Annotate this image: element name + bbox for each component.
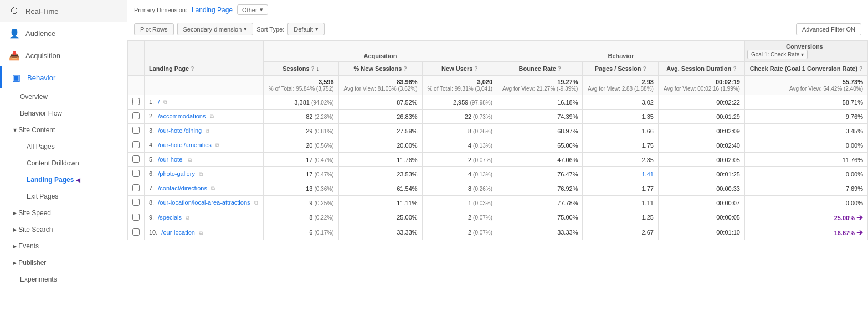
row-checkbox[interactable] <box>128 167 145 181</box>
copy-icon[interactable]: ⧉ <box>211 185 215 191</box>
row-checkbox[interactable] <box>128 110 145 124</box>
row-checkbox[interactable] <box>128 181 145 196</box>
copy-icon[interactable]: ⧉ <box>210 113 214 119</box>
sidebar-item-landing-pages[interactable]: Landing Pages ◀ <box>0 171 127 188</box>
sort-dropdown-icon: ▾ <box>315 25 319 33</box>
sidebar-group-site-search[interactable]: ▸ Site Search <box>0 221 127 238</box>
row-checkbox[interactable] <box>128 95 145 110</box>
sidebar-item-audience[interactable]: 👤 Audience <box>0 22 127 44</box>
row-page-link[interactable]: /our-hotel/amenities <box>158 142 212 148</box>
copy-icon[interactable]: ⧉ <box>186 215 189 221</box>
pct-new-help-icon[interactable]: ? <box>403 66 407 72</box>
row-sessions: 17 (0.47%) <box>264 153 339 167</box>
row-bounce-rate: 75.00% <box>497 210 583 225</box>
sidebar-group-events[interactable]: ▸ Events <box>0 238 127 254</box>
sidebar-label-realtime: Real-Time <box>25 7 58 15</box>
row-checkbox[interactable] <box>128 124 145 138</box>
summary-avg-duration: 00:02:19 Avg for View: 00:02:16 (1.99%) <box>658 76 744 95</box>
row-bounce-rate: 77.78% <box>497 196 583 210</box>
sidebar-item-content-drilldown[interactable]: Content Drilldown <box>0 155 127 171</box>
avg-duration-header: Avg. Session Duration ? <box>658 62 744 76</box>
copy-icon[interactable]: ⧉ <box>163 99 167 105</box>
sessions-help-icon[interactable]: ? <box>311 66 315 72</box>
row-bounce-rate: 74.39% <box>497 110 583 124</box>
plot-rows-button[interactable]: Plot Rows <box>134 23 174 35</box>
bounce-rate-header: Bounce Rate ? <box>497 62 583 76</box>
row-page-link[interactable]: /contact/directions <box>158 185 207 191</box>
other-button[interactable]: Other ▾ <box>237 4 268 15</box>
secondary-dim-dropdown-icon: ▾ <box>244 25 247 33</box>
row-checkbox[interactable] <box>128 225 145 240</box>
row-num-cell: 5. /our-hotel ⧉ <box>145 153 264 167</box>
row-check-rate: 3.45% <box>744 124 867 138</box>
sidebar-item-experiments[interactable]: Experiments <box>0 271 127 288</box>
bounce-rate-help-icon[interactable]: ? <box>558 66 561 72</box>
sidebar-item-exit-pages[interactable]: Exit Pages <box>0 188 127 205</box>
advanced-filter-button[interactable]: Advanced Filter ON <box>796 23 861 35</box>
new-users-header: New Users ? <box>422 62 497 76</box>
row-new-users: 2 (0.07%) <box>422 210 497 225</box>
row-num-cell: 3. /our-hotel/dining ⧉ <box>145 124 264 138</box>
row-page-link[interactable]: /our-hotel/dining <box>158 127 202 134</box>
row-check-rate: 58.71% <box>744 95 867 110</box>
row-check-rate: 9.76% <box>744 110 867 124</box>
summary-pct-new: 83.98% Avg for View: 81.05% (3.62%) <box>338 76 422 95</box>
sidebar-item-behavior-flow[interactable]: Behavior Flow <box>0 105 127 122</box>
row-page-link[interactable]: /our-location <box>161 229 195 236</box>
sidebar-group-site-speed[interactable]: ▸ Site Speed <box>0 205 127 221</box>
row-check-rate: 7.69% <box>744 181 867 196</box>
row-page-link[interactable]: /accommodations <box>158 113 206 119</box>
sidebar-item-behavior[interactable]: ▣ Behavior <box>0 66 127 88</box>
realtime-icon: ⏱ <box>9 6 20 17</box>
sidebar-item-all-pages[interactable]: All Pages <box>0 138 127 155</box>
landing-page-help-icon[interactable]: ? <box>191 66 194 72</box>
sort-type-button[interactable]: Default ▾ <box>287 23 325 35</box>
sidebar-label-behavior: Behavior <box>27 74 55 82</box>
primary-dim-value[interactable]: Landing Page <box>192 6 233 14</box>
row-new-users: 2 (0.07%) <box>422 153 497 167</box>
check-rate-help-icon[interactable]: ? <box>859 66 862 72</box>
row-page-link[interactable]: /our-hotel <box>158 156 183 163</box>
goal-selector-button[interactable]: Goal 1: Check Rate ▾ <box>747 50 808 59</box>
row-checkbox[interactable] <box>128 153 145 167</box>
table-row: 2. /accommodations ⧉ 82 (2.28%) 26.83% 2… <box>128 110 868 124</box>
copy-icon[interactable]: ⧉ <box>199 230 203 236</box>
row-pct-new: 11.11% <box>338 196 422 210</box>
check-rate-header: Check Rate (Goal 1 Conversion Rate) ? <box>744 62 867 76</box>
sidebar-item-overview[interactable]: Overview <box>0 88 127 105</box>
conversions-header: Conversions Goal 1: Check Rate ▾ <box>744 41 867 62</box>
primary-dim-label: Primary Dimension: <box>134 7 187 13</box>
row-sessions: 6 (0.17%) <box>264 225 339 240</box>
sidebar-label-audience: Audience <box>25 29 55 38</box>
secondary-dimension-button[interactable]: Secondary dimension ▾ <box>177 23 254 35</box>
sessions-sort-icon[interactable]: ↓ <box>316 65 320 72</box>
sidebar-group-site-content[interactable]: ▾ Site Content <box>0 122 127 138</box>
sidebar-group-publisher[interactable]: ▸ Publisher <box>0 254 127 271</box>
avg-duration-help-icon[interactable]: ? <box>733 66 736 72</box>
behavior-header: Behavior <box>497 41 745 62</box>
row-num-cell: 6. /photo-gallery ⧉ <box>145 167 264 181</box>
row-pct-new: 20.00% <box>338 138 422 153</box>
row-page-link[interactable]: /specials <box>158 214 182 221</box>
row-checkbox[interactable] <box>128 210 145 225</box>
copy-icon[interactable]: ⧉ <box>188 157 192 163</box>
behavior-icon: ▣ <box>11 72 22 83</box>
copy-icon[interactable]: ⧉ <box>206 128 209 134</box>
row-avg-duration: 00:00:07 <box>658 196 744 210</box>
sidebar-item-realtime[interactable]: ⏱ Real-Time <box>0 0 127 22</box>
row-num-cell: 8. /our-location/local-area-attractions … <box>145 196 264 210</box>
row-checkbox[interactable] <box>128 138 145 153</box>
row-pages-session: 1.66 <box>583 124 658 138</box>
copy-icon[interactable]: ⧉ <box>199 171 203 177</box>
row-checkbox[interactable] <box>128 196 145 210</box>
copy-icon[interactable]: ⧉ <box>215 142 219 148</box>
row-page-link[interactable]: /photo-gallery <box>158 170 195 177</box>
sidebar-item-acquisition[interactable]: 📥 Acquisition <box>0 44 127 66</box>
row-page-link[interactable]: / <box>158 98 160 105</box>
pages-session-help-icon[interactable]: ? <box>643 66 646 72</box>
row-num-cell: 4. /our-hotel/amenities ⧉ <box>145 138 264 153</box>
copy-icon[interactable]: ⧉ <box>254 200 258 206</box>
new-users-help-icon[interactable]: ? <box>474 66 477 72</box>
row-page-link[interactable]: /our-location/local-area-attractions <box>158 199 250 206</box>
row-sessions: 20 (0.56%) <box>264 138 339 153</box>
